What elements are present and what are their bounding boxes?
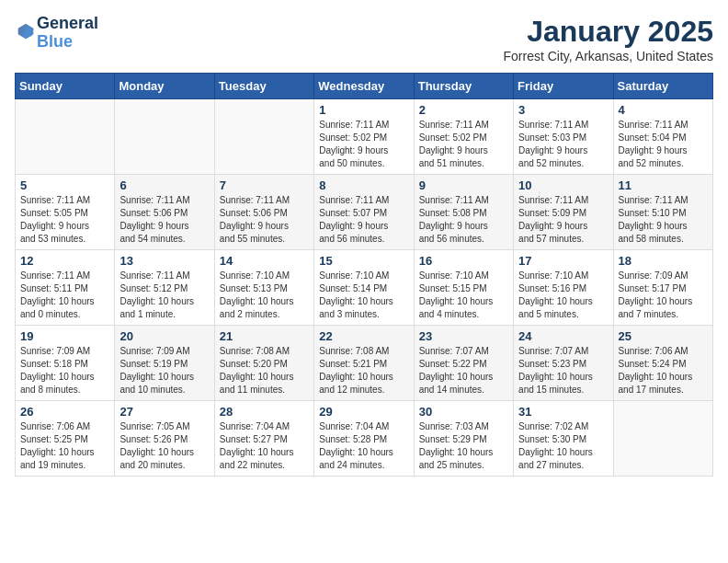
day-info: Sunrise: 7:09 AMSunset: 5:17 PMDaylight:… (619, 270, 708, 321)
month-title: January 2025 (504, 15, 714, 49)
day-info: Sunrise: 7:10 AMSunset: 5:15 PMDaylight:… (419, 270, 508, 321)
day-number: 12 (20, 254, 109, 268)
day-number: 1 (319, 103, 408, 117)
day-number: 26 (20, 405, 109, 419)
day-info: Sunrise: 7:09 AMSunset: 5:18 PMDaylight:… (20, 345, 109, 396)
day-info: Sunrise: 7:10 AMSunset: 5:16 PMDaylight:… (518, 270, 608, 321)
day-info: Sunrise: 7:11 AMSunset: 5:02 PMDaylight:… (419, 119, 508, 170)
day-info: Sunrise: 7:11 AMSunset: 5:12 PMDaylight:… (119, 270, 209, 321)
calendar-week-row: 12Sunrise: 7:11 AMSunset: 5:11 PMDayligh… (16, 250, 713, 326)
calendar-week-row: 5Sunrise: 7:11 AMSunset: 5:05 PMDaylight… (16, 175, 713, 250)
calendar-cell: 10Sunrise: 7:11 AMSunset: 5:09 PMDayligh… (514, 175, 613, 250)
calendar-cell: 29Sunrise: 7:04 AMSunset: 5:28 PMDayligh… (314, 401, 414, 477)
day-info: Sunrise: 7:11 AMSunset: 5:07 PMDaylight:… (319, 194, 408, 246)
calendar-cell (214, 99, 313, 175)
calendar-cell: 6Sunrise: 7:11 AMSunset: 5:06 PMDaylight… (115, 175, 214, 250)
calendar-cell: 7Sunrise: 7:11 AMSunset: 5:06 PMDaylight… (214, 175, 313, 250)
col-header-wednesday: Wednesday (314, 74, 414, 99)
calendar-cell: 13Sunrise: 7:11 AMSunset: 5:12 PMDayligh… (115, 250, 214, 326)
day-number: 30 (419, 405, 508, 419)
calendar-week-row: 26Sunrise: 7:06 AMSunset: 5:25 PMDayligh… (16, 401, 713, 477)
day-number: 20 (119, 329, 209, 343)
col-header-monday: Monday (115, 74, 214, 99)
day-number: 16 (419, 254, 508, 268)
logo-icon (17, 22, 35, 40)
day-info: Sunrise: 7:10 AMSunset: 5:14 PMDaylight:… (319, 270, 408, 321)
calendar-cell (613, 401, 712, 477)
day-number: 14 (220, 254, 309, 268)
day-info: Sunrise: 7:10 AMSunset: 5:13 PMDaylight:… (220, 270, 309, 321)
day-info: Sunrise: 7:09 AMSunset: 5:19 PMDaylight:… (119, 345, 209, 396)
day-number: 4 (619, 103, 708, 117)
day-number: 9 (419, 178, 508, 192)
calendar-cell: 15Sunrise: 7:10 AMSunset: 5:14 PMDayligh… (314, 250, 414, 326)
day-number: 2 (419, 103, 508, 117)
calendar-week-row: 19Sunrise: 7:09 AMSunset: 5:18 PMDayligh… (16, 326, 713, 401)
day-info: Sunrise: 7:08 AMSunset: 5:20 PMDaylight:… (220, 345, 309, 396)
day-info: Sunrise: 7:03 AMSunset: 5:29 PMDaylight:… (419, 420, 508, 472)
day-info: Sunrise: 7:06 AMSunset: 5:25 PMDaylight:… (20, 420, 109, 472)
day-number: 11 (619, 178, 708, 192)
day-info: Sunrise: 7:07 AMSunset: 5:23 PMDaylight:… (518, 345, 608, 396)
calendar-cell: 25Sunrise: 7:06 AMSunset: 5:24 PMDayligh… (613, 326, 712, 401)
calendar-cell: 27Sunrise: 7:05 AMSunset: 5:26 PMDayligh… (115, 401, 214, 477)
day-number: 3 (518, 103, 608, 117)
day-number: 6 (119, 178, 209, 192)
calendar-cell: 1Sunrise: 7:11 AMSunset: 5:02 PMDaylight… (314, 99, 414, 175)
day-number: 29 (319, 405, 408, 419)
calendar-cell: 8Sunrise: 7:11 AMSunset: 5:07 PMDaylight… (314, 175, 414, 250)
calendar-cell: 5Sunrise: 7:11 AMSunset: 5:05 PMDaylight… (16, 175, 115, 250)
col-header-thursday: Thursday (414, 74, 513, 99)
day-info: Sunrise: 7:04 AMSunset: 5:28 PMDaylight:… (319, 420, 408, 472)
day-info: Sunrise: 7:11 AMSunset: 5:09 PMDaylight:… (518, 194, 608, 246)
calendar-cell: 4Sunrise: 7:11 AMSunset: 5:04 PMDaylight… (613, 99, 712, 175)
col-header-tuesday: Tuesday (214, 74, 313, 99)
day-number: 28 (220, 405, 309, 419)
calendar-cell: 21Sunrise: 7:08 AMSunset: 5:20 PMDayligh… (214, 326, 313, 401)
day-info: Sunrise: 7:08 AMSunset: 5:21 PMDaylight:… (319, 345, 408, 396)
calendar-header-row: SundayMondayTuesdayWednesdayThursdayFrid… (16, 74, 713, 99)
day-number: 27 (119, 405, 209, 419)
day-number: 13 (119, 254, 209, 268)
day-number: 8 (319, 178, 408, 192)
calendar-cell: 24Sunrise: 7:07 AMSunset: 5:23 PMDayligh… (514, 326, 613, 401)
day-number: 7 (220, 178, 309, 192)
location-subtitle: Forrest City, Arkansas, United States (504, 49, 714, 63)
col-header-friday: Friday (514, 74, 613, 99)
page-header: General Blue January 2025 Forrest City, … (15, 15, 713, 63)
day-number: 25 (619, 329, 708, 343)
day-info: Sunrise: 7:05 AMSunset: 5:26 PMDaylight:… (119, 420, 209, 472)
calendar-cell: 14Sunrise: 7:10 AMSunset: 5:13 PMDayligh… (214, 250, 313, 326)
day-number: 19 (20, 329, 109, 343)
calendar-cell: 11Sunrise: 7:11 AMSunset: 5:10 PMDayligh… (613, 175, 712, 250)
day-number: 22 (319, 329, 408, 343)
calendar-table: SundayMondayTuesdayWednesdayThursdayFrid… (15, 73, 713, 477)
calendar-cell: 17Sunrise: 7:10 AMSunset: 5:16 PMDayligh… (514, 250, 613, 326)
calendar-cell: 23Sunrise: 7:07 AMSunset: 5:22 PMDayligh… (414, 326, 513, 401)
day-number: 15 (319, 254, 408, 268)
day-info: Sunrise: 7:06 AMSunset: 5:24 PMDaylight:… (619, 345, 708, 396)
day-info: Sunrise: 7:11 AMSunset: 5:06 PMDaylight:… (119, 194, 209, 246)
day-number: 23 (419, 329, 508, 343)
day-number: 17 (518, 254, 608, 268)
day-info: Sunrise: 7:11 AMSunset: 5:11 PMDaylight:… (20, 270, 109, 321)
day-number: 10 (518, 178, 608, 192)
calendar-cell: 3Sunrise: 7:11 AMSunset: 5:03 PMDaylight… (514, 99, 613, 175)
col-header-sunday: Sunday (16, 74, 115, 99)
calendar-cell: 16Sunrise: 7:10 AMSunset: 5:15 PMDayligh… (414, 250, 513, 326)
day-number: 18 (619, 254, 708, 268)
day-info: Sunrise: 7:11 AMSunset: 5:10 PMDaylight:… (619, 194, 708, 246)
day-number: 21 (220, 329, 309, 343)
calendar-cell: 12Sunrise: 7:11 AMSunset: 5:11 PMDayligh… (16, 250, 115, 326)
day-number: 31 (518, 405, 608, 419)
day-info: Sunrise: 7:02 AMSunset: 5:30 PMDaylight:… (518, 420, 608, 472)
logo-line1: General (37, 15, 98, 33)
calendar-cell (115, 99, 214, 175)
day-number: 5 (20, 178, 109, 192)
calendar-week-row: 1Sunrise: 7:11 AMSunset: 5:02 PMDaylight… (16, 99, 713, 175)
day-number: 24 (518, 329, 608, 343)
day-info: Sunrise: 7:04 AMSunset: 5:27 PMDaylight:… (220, 420, 309, 472)
calendar-cell: 19Sunrise: 7:09 AMSunset: 5:18 PMDayligh… (16, 326, 115, 401)
calendar-cell: 26Sunrise: 7:06 AMSunset: 5:25 PMDayligh… (16, 401, 115, 477)
calendar-cell: 30Sunrise: 7:03 AMSunset: 5:29 PMDayligh… (414, 401, 513, 477)
